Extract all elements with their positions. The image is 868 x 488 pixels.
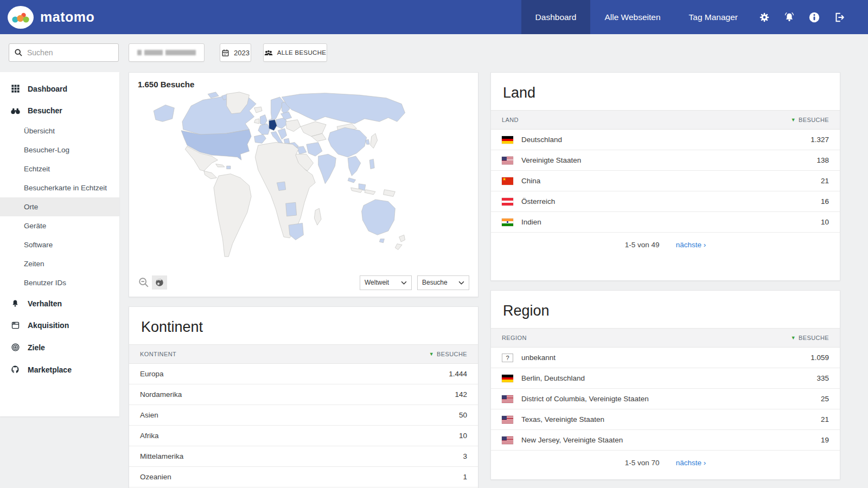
table-row[interactable]: Österreich16 <box>491 191 840 212</box>
row-visits-value: 10 <box>459 432 467 440</box>
table-row[interactable]: District of Columbia, Vereinigte Staaten… <box>491 389 840 409</box>
segment-label: ALLE BESUCHE <box>277 49 327 56</box>
region-widget: Region REGION ▼ BESUCHE ?unbekannt1.059B… <box>490 290 840 480</box>
row-label: Mittelamerika <box>140 452 183 460</box>
map-visits-title: 1.650 Besuche <box>129 73 478 89</box>
row-visits-value: 335 <box>816 374 829 382</box>
continent-column-header[interactable]: KONTINENT <box>140 351 176 357</box>
nav-item-dashboard[interactable]: Dashboard <box>521 0 591 34</box>
map-region-select[interactable]: Weltweit <box>360 275 412 290</box>
sidebar-item-dashboard[interactable]: Dashboard <box>0 78 119 100</box>
world-map[interactable] <box>129 89 478 264</box>
sidebar-item-ziele[interactable]: Ziele <box>0 336 119 358</box>
table-row[interactable]: ?unbekannt1.059 <box>491 348 840 368</box>
sidebar-item-label: Verhalten <box>28 299 62 308</box>
map-country-south-africa <box>289 223 303 240</box>
sidebar-item-marketplace[interactable]: Marketplace <box>0 358 119 381</box>
pagination-range: 1-5 von 70 <box>625 459 660 467</box>
segment-selector-button[interactable]: ALLE BESUCHE <box>263 43 327 62</box>
visits-column-header[interactable]: ▼ BESUCHE <box>791 117 829 123</box>
row-visits-value: 138 <box>816 156 829 164</box>
table-row[interactable]: China21 <box>491 171 840 191</box>
row-visits-value: 50 <box>459 411 467 419</box>
visits-column-header[interactable]: ▼ BESUCHE <box>791 335 829 341</box>
row-label: District of Columbia, Vereinigte Staaten <box>521 395 649 403</box>
sort-desc-icon: ▼ <box>429 351 434 357</box>
table-row[interactable]: Indien10 <box>491 212 840 233</box>
navbar-menu: DashboardAlle WebseitenTag Manager <box>521 0 752 34</box>
table-row[interactable]: Nordamerika142 <box>129 384 478 405</box>
sidebar-item-benutzer-ids[interactable]: Benutzer IDs <box>0 273 119 292</box>
sidebar-item-label: Akquisition <box>28 321 69 330</box>
row-label: Indien <box>521 218 541 226</box>
sidebar-item-label: Benutzer IDs <box>24 279 66 287</box>
row-visits-value: 25 <box>821 395 829 403</box>
navbar: matomo DashboardAlle WebseitenTag Manage… <box>0 0 868 34</box>
flag-in-icon <box>502 219 513 226</box>
table-row[interactable]: New Jersey, Vereinigte Staaten19 <box>491 430 840 451</box>
unknown-flag-icon: ? <box>502 354 513 362</box>
row-visits-value: 21 <box>821 415 829 423</box>
next-page-link[interactable]: nächste › <box>676 241 706 249</box>
row-visits-value: 21 <box>821 177 829 185</box>
next-page-link[interactable]: nächste › <box>676 459 706 467</box>
row-visits-value: 142 <box>455 390 467 399</box>
sidebar-item-verhalten[interactable]: Verhalten <box>0 292 119 314</box>
visitor-map-widget: 1.650 Besuche <box>129 72 478 297</box>
map-country-russia <box>282 93 405 124</box>
nav-item-tag-manager[interactable]: Tag Manager <box>675 0 752 34</box>
table-row[interactable]: Vereinigte Staaten138 <box>491 150 840 171</box>
grid-icon <box>10 84 21 93</box>
zoom-out-icon[interactable] <box>138 277 150 288</box>
table-row[interactable]: Ozeanien1 <box>129 467 478 487</box>
row-label: Texas, Vereinigte Staaten <box>521 415 604 423</box>
row-visits-value: 1 <box>463 473 467 481</box>
flag-us-icon <box>502 157 513 164</box>
sidebar-item-label: Orte <box>24 203 38 211</box>
row-label: Vereinigte Staaten <box>521 156 581 164</box>
table-row[interactable]: Europa1.444 <box>129 364 478 384</box>
sort-desc-icon: ▼ <box>791 117 796 123</box>
sidebar-item-software[interactable]: Software <box>0 235 119 254</box>
region-column-header[interactable]: REGION <box>502 335 527 341</box>
table-row[interactable]: Berlin, Deutschland335 <box>491 368 840 389</box>
country-column-header[interactable]: LAND <box>502 117 519 123</box>
search-input[interactable] <box>27 48 108 57</box>
row-visits-value: 10 <box>821 218 829 226</box>
visits-column-header[interactable]: ▼ BESUCHE <box>429 351 467 357</box>
sidebar-item-echtzeit[interactable]: Echtzeit <box>0 159 119 178</box>
row-label: Afrika <box>140 432 159 440</box>
nav-item-alle-webseiten[interactable]: Alle Webseiten <box>590 0 674 34</box>
matomo-logo-icon <box>8 6 34 29</box>
table-row[interactable]: Texas, Vereinigte Staaten21 <box>491 409 840 430</box>
table-row[interactable]: Mittelamerika3 <box>129 446 478 467</box>
table-row[interactable]: Asien50 <box>129 405 478 426</box>
globe-icon[interactable] <box>152 275 167 290</box>
date-range-button[interactable]: 2023 <box>220 43 251 62</box>
sidebar-item-label: Zeiten <box>24 260 44 268</box>
settings-icon[interactable] <box>752 0 777 34</box>
logout-icon[interactable] <box>827 0 852 34</box>
info-icon[interactable] <box>802 0 827 34</box>
sidebar-item-besucher-log[interactable]: Besucher-Log <box>0 140 119 159</box>
sidebar-item-akquisition[interactable]: Akquisition <box>0 314 119 336</box>
country-widget: Land LAND ▼ BESUCHE Deutschland1.327Vere… <box>490 72 840 281</box>
sidebar-item-label: Übersicht <box>24 127 55 135</box>
sidebar-nav: DashboardBesucherÜbersichtBesucher-LogEc… <box>0 72 119 416</box>
sidebar-item-orte[interactable]: Orte <box>0 197 119 216</box>
row-visits-value: 1.444 <box>449 370 467 378</box>
table-row[interactable]: Afrika10 <box>129 426 478 446</box>
sidebar-item-besucher[interactable]: Besucher <box>0 100 119 121</box>
flag-de-icon <box>502 136 513 144</box>
sidebar-search <box>9 43 119 62</box>
sidebar-item-zeiten[interactable]: Zeiten <box>0 254 119 273</box>
window-icon <box>10 321 21 330</box>
notifications-icon[interactable] <box>777 0 802 34</box>
matomo-logo[interactable]: matomo <box>0 0 94 34</box>
map-metric-select[interactable]: Besuche <box>417 275 469 290</box>
table-row[interactable]: Deutschland1.327 <box>491 130 840 150</box>
sidebar-item-besucherkarte-in-echtzeit[interactable]: Besucherkarte in Echtzeit <box>0 178 119 197</box>
sidebar-item-übersicht[interactable]: Übersicht <box>0 121 119 140</box>
website-selector-blurred[interactable] <box>129 43 205 62</box>
sidebar-item-geräte[interactable]: Geräte <box>0 216 119 235</box>
